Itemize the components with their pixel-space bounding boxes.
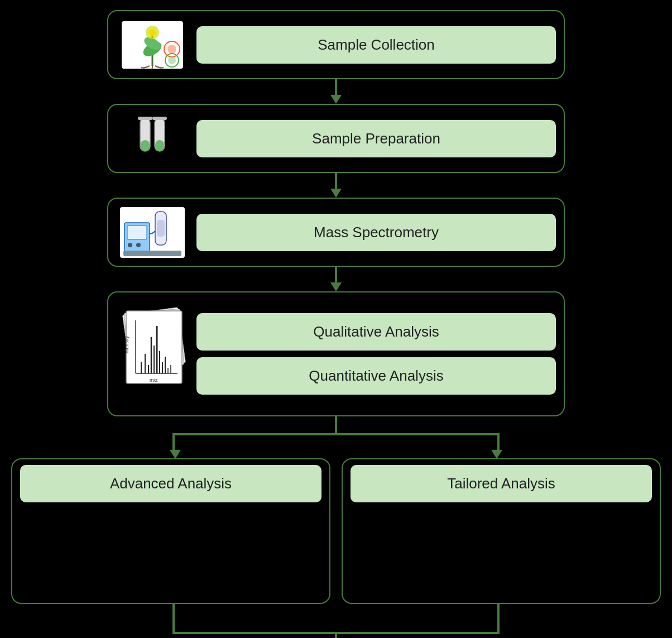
arrow-3: [107, 267, 565, 291]
qualitative-analysis-label: Qualitative Analysis: [196, 313, 556, 351]
svg-rect-15: [152, 117, 167, 120]
advanced-analysis-label: Advanced Analysis: [20, 465, 321, 502]
svg-text:m/z: m/z: [150, 377, 158, 383]
advanced-analysis-content: [20, 508, 321, 597]
combined-labels: Qualitative Analysis Quantitative Analys…: [196, 313, 556, 395]
svg-point-5: [149, 29, 156, 36]
svg-rect-14: [155, 140, 164, 151]
plant-icon: [119, 18, 186, 71]
spectrum-chart-icon: ntensity m/z: [116, 301, 189, 407]
plant-icon-area: [116, 17, 189, 73]
tailored-analysis-content: [351, 508, 652, 597]
mass-spectrometry-label: Mass Spectrometry: [196, 214, 556, 251]
sample-preparation-label: Sample Preparation: [196, 120, 556, 157]
chart-icon-area: ntensity m/z: [116, 298, 189, 410]
svg-point-7: [167, 45, 176, 54]
svg-point-22: [128, 243, 132, 247]
arrow-1: [107, 79, 565, 104]
quantitative-analysis-label: Quantitative Analysis: [196, 357, 556, 395]
test-tube-icon-area: [116, 111, 189, 166]
svg-rect-21: [123, 251, 181, 256]
svg-rect-11: [141, 140, 150, 151]
tailored-analysis-box: Tailored Analysis: [342, 458, 661, 604]
mass-spectrometry-box: Mass Spectrometry: [107, 198, 565, 267]
sample-collection-box: Sample Collection: [107, 10, 565, 79]
svg-point-23: [136, 243, 141, 247]
test-tube-icon: [124, 112, 180, 165]
spectrometer-icon-area: [116, 204, 189, 260]
split-connector: [11, 416, 661, 458]
arrow-2: [107, 173, 565, 198]
svg-text:ntensity: ntensity: [124, 335, 129, 353]
svg-rect-18: [127, 226, 147, 239]
svg-point-9: [168, 56, 176, 64]
analysis-combined-box: ntensity m/z Qualitative Analysis Quanti…: [107, 291, 565, 416]
sample-preparation-box: Sample Preparation: [107, 104, 565, 173]
converge-connector: [11, 604, 661, 638]
advanced-analysis-box: Advanced Analysis: [11, 458, 330, 604]
svg-rect-20: [157, 220, 165, 237]
workflow-diagram: Sample Collection Sample Preparation: [0, 0, 672, 638]
tailored-analysis-label: Tailored Analysis: [351, 465, 652, 502]
svg-rect-12: [138, 117, 152, 120]
spectrometer-icon: [119, 206, 186, 259]
sample-collection-label: Sample Collection: [196, 26, 556, 64]
two-column-section: Advanced Analysis Tailored Analysis: [11, 458, 661, 604]
